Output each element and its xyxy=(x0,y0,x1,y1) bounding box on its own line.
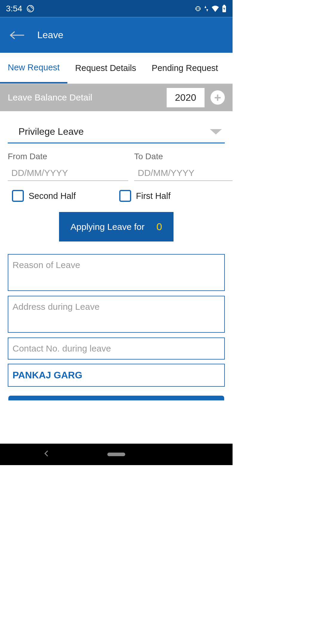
vibrate-icon xyxy=(194,5,202,12)
chevron-down-icon xyxy=(210,129,222,134)
svg-rect-1 xyxy=(197,7,199,11)
submit-button[interactable] xyxy=(8,396,224,400)
expand-balance-button[interactable]: + xyxy=(210,90,225,105)
tab-label: Pending Request xyxy=(152,63,218,73)
nav-home-button[interactable] xyxy=(107,453,125,456)
data-icon xyxy=(204,5,209,12)
from-date-input[interactable] xyxy=(8,165,128,181)
from-date-field: From Date xyxy=(8,152,128,181)
status-right xyxy=(194,5,227,13)
year-value: 2020 xyxy=(175,92,196,103)
tabs: New Request Request Details Pending Requ… xyxy=(0,53,233,84)
wifi-icon xyxy=(211,5,219,12)
applying-label: Applying Leave for xyxy=(70,222,145,232)
plus-icon: + xyxy=(214,92,221,103)
tab-request-details[interactable]: Request Details xyxy=(67,53,144,83)
tab-label: New Request xyxy=(8,63,60,72)
status-bar: 3:54 xyxy=(0,0,233,17)
first-half-label: First Half xyxy=(136,191,171,201)
from-date-label: From Date xyxy=(8,152,128,161)
approver-name: PANKAJ GARG xyxy=(13,370,82,380)
second-half-label: Second Half xyxy=(29,191,76,201)
date-row: From Date To Date xyxy=(8,152,225,181)
status-left: 3:54 xyxy=(6,4,34,13)
page-title: Leave xyxy=(37,30,63,41)
status-time: 3:54 xyxy=(6,4,22,13)
tab-pending-request[interactable]: Pending Request xyxy=(144,53,226,83)
svg-rect-5 xyxy=(223,5,225,6)
svg-point-0 xyxy=(27,5,34,12)
chevron-left-icon xyxy=(44,450,48,457)
balance-label: Leave Balance Detail xyxy=(8,92,161,103)
contact-input[interactable] xyxy=(8,338,225,360)
battery-icon xyxy=(222,5,227,13)
tab-new-request[interactable]: New Request xyxy=(0,53,67,83)
applying-leave-box: Applying Leave for 0 xyxy=(59,212,173,242)
back-button[interactable] xyxy=(9,29,25,41)
second-half-checkbox[interactable]: Second Half xyxy=(12,190,113,202)
back-arrow-icon xyxy=(9,31,25,40)
to-date-field: To Date xyxy=(134,152,233,181)
nav-back-button[interactable] xyxy=(44,450,48,459)
checkbox-icon xyxy=(119,190,131,202)
leave-type-select[interactable]: Privilege Leave xyxy=(8,120,225,143)
tab-label: Request Details xyxy=(75,63,136,73)
app-header: Leave xyxy=(0,17,233,53)
first-half-checkbox[interactable]: First Half xyxy=(119,190,221,202)
to-date-label: To Date xyxy=(134,152,233,161)
applying-count: 0 xyxy=(157,221,162,233)
leave-balance-section: Leave Balance Detail 2020 + xyxy=(0,84,233,111)
sync-icon xyxy=(27,5,34,13)
reason-textarea[interactable] xyxy=(8,254,225,291)
leave-type-value: Privilege Leave xyxy=(18,126,84,137)
year-select[interactable]: 2020 xyxy=(167,88,205,107)
checkbox-icon xyxy=(12,190,24,202)
leave-form: Privilege Leave From Date To Date Second… xyxy=(0,111,233,409)
half-day-row: Second Half First Half xyxy=(8,190,225,202)
nav-bar xyxy=(0,444,233,465)
address-textarea[interactable] xyxy=(8,296,225,333)
approver-name-field[interactable]: PANKAJ GARG xyxy=(8,364,225,387)
to-date-input[interactable] xyxy=(134,165,233,181)
